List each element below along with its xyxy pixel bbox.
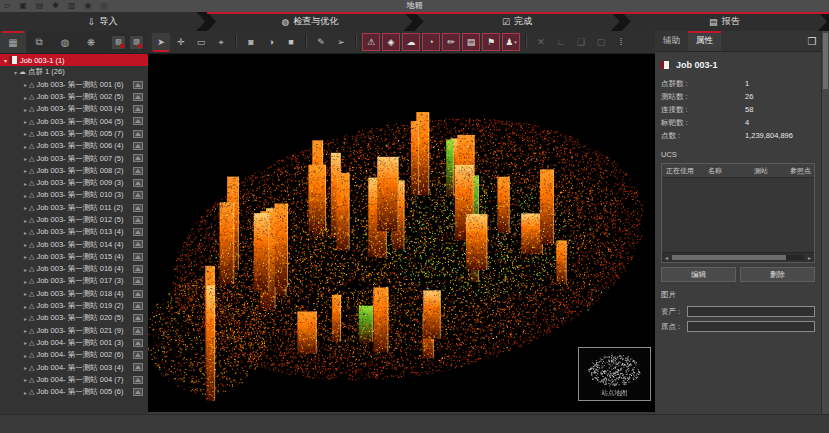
info-icon[interactable]: ◎ [101,1,108,11]
scan-thumbnail-icon[interactable] [133,290,143,298]
workflow-step-report[interactable]: ▤ 报告 [622,12,827,31]
scan-thumbnail-icon[interactable] [133,142,143,150]
scan-thumbnail-icon[interactable] [133,376,143,384]
workflow-step-import[interactable]: ⇩ 导入 [0,12,205,31]
select-tool-icon[interactable]: ➤ [152,33,170,51]
tab-properties[interactable]: 属性 [688,31,721,51]
expand-arrow-icon[interactable]: ▸ [22,364,29,371]
ucs-column-header[interactable]: 参照点 [786,166,814,176]
scan-thumbnail-icon[interactable] [133,277,143,285]
tree-item-station[interactable]: ▸△Job 003- 第一测站 021 (9) [0,325,148,337]
tree-item-station[interactable]: ▸△Job 003- 第一测站 017 (3) [0,275,148,287]
expand-arrow-icon[interactable]: ▸ [22,303,29,310]
tree-item-job-root[interactable]: ▾Job 003-1 (1) [0,54,148,66]
panel-scrollbar-thumb[interactable] [823,33,828,89]
scan-thumbnail-icon[interactable] [133,302,143,310]
ucs-column-header[interactable]: 名称 [704,166,750,176]
expand-arrow-icon[interactable]: ▸ [22,130,29,137]
tree-item-station[interactable]: ▸△Job 003- 第一测站 014 (4) [0,238,148,250]
expand-arrow-icon[interactable]: ▸ [22,167,29,174]
tree-item-station[interactable]: ▸△Job 003- 第一测站 006 (4) [0,140,148,152]
expand-arrow-icon[interactable]: ▸ [22,278,29,285]
edit-button[interactable]: 编辑 [661,267,736,282]
expand-arrow-icon[interactable]: ▸ [22,118,29,125]
scan-thumbnail-icon[interactable] [133,240,143,248]
tree-item-station[interactable]: ▸△Job 003- 第一测站 007 (5) [0,152,148,164]
tree-item-station[interactable]: ▸△Job 003- 第一测站 013 (4) [0,226,148,238]
toggle-scans-icon[interactable]: ◔ [422,33,440,51]
tab-auxiliary[interactable]: 辅助 [655,31,688,51]
expand-arrow-icon[interactable]: ▸ [22,106,29,113]
ucs-table-body[interactable] [662,178,814,252]
scan-thumbnail-icon[interactable] [133,228,143,236]
expand-arrow-icon[interactable]: ▸ [22,155,29,162]
toggle-stations-icon[interactable]: ⚠ [362,33,380,51]
tab-3d-view[interactable]: ◍ [52,31,78,53]
expand-arrow-icon[interactable]: ▾ [12,69,19,76]
tree-item-station[interactable]: ▸△Job 003- 第一测站 008 (2) [0,165,148,177]
scan-thumbnail-icon[interactable] [133,105,143,113]
import-data-icon[interactable]: ▤ [36,1,44,11]
measure-tool-icon[interactable]: ✎ [312,33,330,51]
toggle-labels-icon[interactable]: ◈ [382,33,400,51]
expand-arrow-icon[interactable]: ▸ [22,192,29,199]
tree-item-station[interactable]: ▸△Job 003- 第一测站 012 (5) [0,214,148,226]
expand-arrow-icon[interactable]: ▸ [22,352,29,359]
tree-item-station[interactable]: ▸△Job 003- 第一测站 003 (4) [0,103,148,115]
scan-thumbnail-icon[interactable] [133,204,143,212]
tree-item-station[interactable]: ▸△Job 003- 第一测站 018 (4) [0,288,148,300]
expand-arrow-icon[interactable]: ▸ [22,204,29,211]
scan-thumbnail-icon[interactable] [133,363,143,371]
tab-annotations[interactable]: ❋ [78,31,104,53]
origin-field[interactable] [687,321,815,332]
workflow-step-check-optimize[interactable]: ◍ 检查与优化 [207,12,412,31]
window-select-tool-icon[interactable]: ▭ [192,33,210,51]
tree-item-station[interactable]: ▸△Job 003- 第一测站 019 (2) [0,300,148,312]
save-project-icon[interactable]: ▣ [19,1,27,11]
tree-item-point-group[interactable]: ▾☁点群 1 (26) [0,66,148,78]
tree-item-station[interactable]: ▸△Job 003- 第一测站 011 (2) [0,202,148,214]
scan-thumbnail-icon[interactable] [133,191,143,199]
toggle-walkthrough-icon[interactable]: ♟▾ [502,33,520,51]
toggle-sketches-icon[interactable]: ✏ [442,33,460,51]
camera-view-button-icon[interactable]: ◙ [242,33,260,51]
delete-button[interactable]: 删除 [740,267,815,282]
ucs-horizontal-scrollbar[interactable]: ◄ ► [662,252,814,262]
expand-arrow-icon[interactable]: ▸ [22,327,29,334]
expand-arrow-icon[interactable]: ▸ [22,180,29,187]
panel-vertical-scrollbar[interactable] [821,31,829,415]
scroll-right-arrow[interactable]: ► [805,253,814,262]
point-cloud-viewport[interactable]: 站点地图 [148,54,655,412]
open-project-icon[interactable]: ▱ [4,1,10,11]
ucs-column-header[interactable]: 测站 [750,166,786,176]
cube-view-button-icon[interactable]: ■ [282,33,300,51]
scan-thumbnail-icon[interactable] [133,154,143,162]
dropdown-arrow-icon[interactable]: ▾ [514,39,517,45]
color-mode-button-icon[interactable]: ◑ [262,33,280,51]
settings-icon[interactable]: ✱ [52,1,59,11]
expand-arrow-icon[interactable]: ▸ [22,389,29,396]
pick-point-tool-icon[interactable]: ➢ [332,33,350,51]
filter-views-button[interactable]: ▧ [111,35,126,50]
tree-item-station[interactable]: ▸△Job 003- 第一测站 001 (6) [0,79,148,91]
scan-thumbnail-icon[interactable] [133,179,143,187]
expand-arrow-icon[interactable]: ▸ [22,290,29,297]
workflow-step-finish[interactable]: ☑ 完成 [415,12,620,31]
expand-arrow-icon[interactable]: ▸ [22,376,29,383]
expand-arrow-icon[interactable]: ▸ [22,81,29,88]
help-icon[interactable]: ◉ [85,1,92,11]
expand-arrow-icon[interactable]: ▸ [22,94,29,101]
tree-item-station[interactable]: ▸△Job 004- 第一测站 001 (3) [0,337,148,349]
expand-arrow-icon[interactable]: ▸ [22,253,29,260]
scan-thumbnail-icon[interactable] [133,351,143,359]
scan-thumbnail-icon[interactable] [133,339,143,347]
expand-arrow-icon[interactable]: ▾ [2,57,9,64]
tab-structure[interactable]: ▦ [0,31,26,53]
scan-thumbnail-icon[interactable] [133,117,143,125]
tree-item-station[interactable]: ▸△Job 004- 第一测站 002 (6) [0,349,148,361]
expand-arrow-icon[interactable]: ▸ [22,315,29,322]
expand-arrow-icon[interactable]: ▸ [22,217,29,224]
detach-panel-icon[interactable]: ❐ [803,31,821,51]
toolbar-overflow-button-icon[interactable]: ⁞ [612,33,630,51]
tree-item-station[interactable]: ▸△Job 003- 第一测站 020 (5) [0,312,148,324]
